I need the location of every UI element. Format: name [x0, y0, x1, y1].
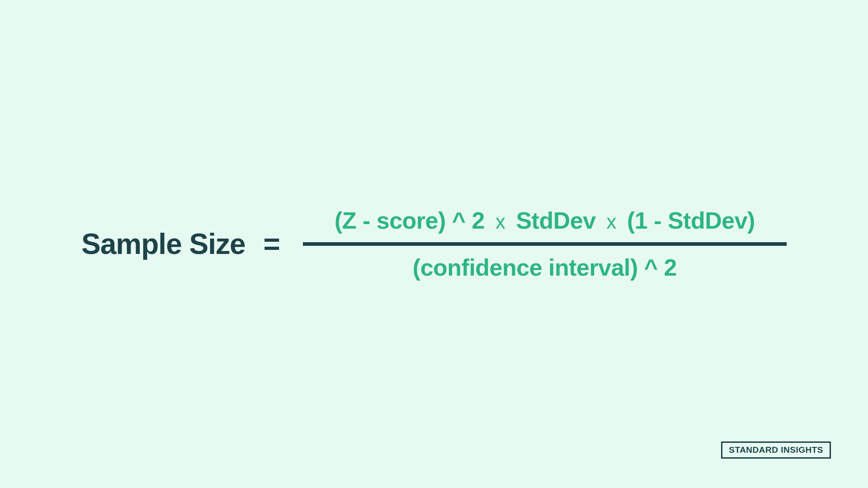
denominator: (confidence interval) ^ 2	[413, 246, 677, 281]
multiply-symbol-2: x	[607, 211, 617, 233]
formula-left-side: Sample Size =	[81, 227, 280, 261]
brand-badge: STANDARD INSIGHTS	[721, 441, 831, 459]
sample-size-label: Sample Size	[81, 227, 245, 261]
numerator-part-3: (1 - StdDev)	[627, 207, 755, 234]
fraction: (Z - score) ^ 2 x StdDev x (1 - StdDev) …	[303, 207, 787, 281]
equals-sign: =	[264, 227, 280, 261]
numerator-part-2: StdDev	[516, 207, 595, 234]
formula-container: Sample Size = (Z - score) ^ 2 x StdDev x…	[81, 207, 787, 281]
numerator: (Z - score) ^ 2 x StdDev x (1 - StdDev)	[335, 207, 755, 242]
numerator-part-1: (Z - score) ^ 2	[335, 207, 485, 234]
fraction-line	[303, 242, 787, 246]
multiply-symbol-1: x	[495, 211, 505, 233]
